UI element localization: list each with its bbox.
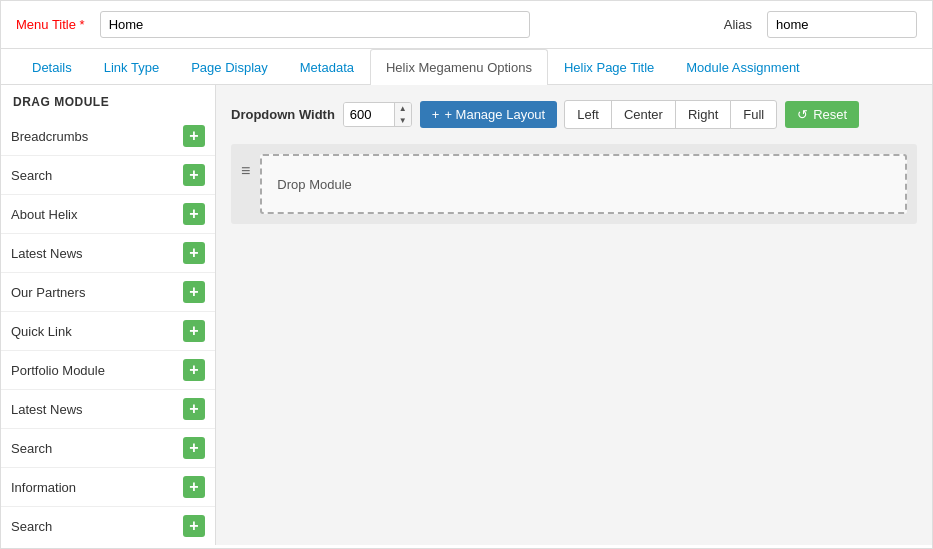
add-portfolio-module-button[interactable]: + [183, 359, 205, 381]
list-item[interactable]: Latest News + [1, 234, 215, 273]
drop-module-text: Drop Module [277, 177, 351, 192]
drag-module-title: DRAG MODULE [1, 85, 215, 117]
add-latest-news-2-button[interactable]: + [183, 398, 205, 420]
align-button-group: Left Center Right Full [565, 100, 777, 129]
module-item-label: Search [11, 441, 52, 456]
menu-title-label: Menu Title * [16, 17, 85, 32]
list-item[interactable]: Search + [1, 156, 215, 195]
dropdown-width-label: Dropdown Width [231, 107, 335, 122]
list-item[interactable]: Information + [1, 468, 215, 507]
module-item-label: About Helix [11, 207, 77, 222]
drag-module-sidebar: DRAG MODULE Breadcrumbs + Search + About… [1, 85, 216, 545]
top-bar: Menu Title * Alias [1, 1, 932, 49]
reset-icon: ↺ [797, 107, 808, 122]
reset-button[interactable]: ↺ Reset [785, 101, 859, 128]
content-area: DRAG MODULE Breadcrumbs + Search + About… [1, 85, 932, 545]
dropdown-width-input-wrap: ▲ ▼ [343, 102, 412, 127]
controls-bar: Dropdown Width ▲ ▼ + + Manage Layout Lef… [231, 100, 917, 129]
add-breadcrumbs-button[interactable]: + [183, 125, 205, 147]
module-list-container: Breadcrumbs + Search + About Helix + Lat… [1, 117, 215, 545]
tab-module-assignment[interactable]: Module Assignment [670, 49, 815, 85]
tab-metadata[interactable]: Metadata [284, 49, 370, 85]
list-item[interactable]: Breadcrumbs + [1, 117, 215, 156]
tab-helix-megamenu[interactable]: Helix Megamenu Options [370, 49, 548, 85]
add-about-helix-button[interactable]: + [183, 203, 205, 225]
add-our-partners-button[interactable]: + [183, 281, 205, 303]
add-search-2-button[interactable]: + [183, 437, 205, 459]
spinner-buttons: ▲ ▼ [394, 103, 411, 126]
page-wrapper: Menu Title * Alias Details Link Type Pag… [0, 0, 933, 549]
manage-layout-button[interactable]: + + Manage Layout [420, 101, 557, 128]
alias-label: Alias [724, 17, 752, 32]
module-item-label: Portfolio Module [11, 363, 105, 378]
tab-helix-page-title[interactable]: Helix Page Title [548, 49, 670, 85]
align-center-button[interactable]: Center [611, 100, 676, 129]
module-item-label: Quick Link [11, 324, 72, 339]
list-item[interactable]: Quick Link + [1, 312, 215, 351]
list-item[interactable]: Our Partners + [1, 273, 215, 312]
align-left-button[interactable]: Left [564, 100, 612, 129]
module-item-label: Latest News [11, 402, 83, 417]
add-quick-link-button[interactable]: + [183, 320, 205, 342]
align-full-button[interactable]: Full [730, 100, 777, 129]
add-information-button[interactable]: + [183, 476, 205, 498]
list-item[interactable]: Search + [1, 507, 215, 545]
tab-link-type[interactable]: Link Type [88, 49, 175, 85]
module-item-label: Search [11, 168, 52, 183]
add-search-3-button[interactable]: + [183, 515, 205, 537]
reset-label: Reset [813, 107, 847, 122]
right-content: Dropdown Width ▲ ▼ + + Manage Layout Lef… [216, 85, 932, 545]
manage-layout-label: + Manage Layout [444, 107, 545, 122]
add-latest-news-button[interactable]: + [183, 242, 205, 264]
tab-details[interactable]: Details [16, 49, 88, 85]
list-item[interactable]: Portfolio Module + [1, 351, 215, 390]
list-item[interactable]: Latest News + [1, 390, 215, 429]
required-indicator: * [80, 17, 85, 32]
tabs-bar: Details Link Type Page Display Metadata … [1, 49, 932, 85]
list-item[interactable]: Search + [1, 429, 215, 468]
plus-icon: + [432, 107, 440, 122]
module-item-label: Information [11, 480, 76, 495]
list-item[interactable]: About Helix + [1, 195, 215, 234]
menu-title-input[interactable] [100, 11, 530, 38]
alias-input[interactable] [767, 11, 917, 38]
tab-page-display[interactable]: Page Display [175, 49, 284, 85]
spinner-up-button[interactable]: ▲ [395, 103, 411, 115]
align-right-button[interactable]: Right [675, 100, 731, 129]
module-item-label: Breadcrumbs [11, 129, 88, 144]
add-search-button[interactable]: + [183, 164, 205, 186]
module-item-label: Latest News [11, 246, 83, 261]
module-item-label: Search [11, 519, 52, 534]
drop-zone[interactable]: Drop Module [260, 154, 907, 214]
spinner-down-button[interactable]: ▼ [395, 115, 411, 127]
module-item-label: Our Partners [11, 285, 85, 300]
layout-area: ≡ Drop Module [231, 144, 917, 224]
menu-title-text: Menu Title [16, 17, 76, 32]
dropdown-width-input[interactable] [344, 103, 394, 126]
drag-handle-icon[interactable]: ≡ [241, 154, 250, 180]
